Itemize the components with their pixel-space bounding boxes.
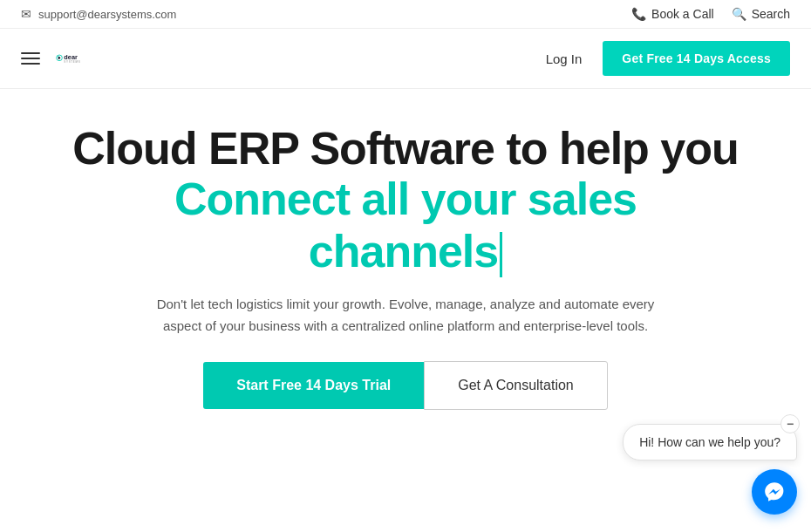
top-bar: ✉ support@dearsystems.com 📞 Book a Call … <box>0 0 811 29</box>
hamburger-line-2 <box>21 58 40 59</box>
hero-subtitle: Don't let tech logistics limit your grow… <box>144 294 667 338</box>
svg-point-3 <box>58 56 58 57</box>
hero-section: Cloud ERP Software to help you Connect a… <box>0 89 811 427</box>
messenger-icon <box>763 481 786 503</box>
nav-right: Log In Get Free 14 Days Access <box>546 41 790 76</box>
hero-title-teal-line3: channels <box>309 226 498 276</box>
login-link[interactable]: Log In <box>546 51 583 66</box>
get-consultation-button[interactable]: Get A Consultation <box>424 361 608 410</box>
nav-cta-button[interactable]: Get Free 14 Days Access <box>603 41 790 76</box>
search-label: Search <box>752 7 790 21</box>
hamburger-line-3 <box>21 63 40 65</box>
chat-open-button[interactable] <box>752 469 797 515</box>
search-link[interactable]: 🔍 Search <box>732 7 790 21</box>
support-email: support@dearsystems.com <box>38 8 176 21</box>
search-icon: 🔍 <box>732 7 746 21</box>
logo[interactable]: dear SYSTEMS <box>56 43 91 74</box>
start-trial-button[interactable]: Start Free 14 Days Trial <box>203 362 424 409</box>
book-call-link[interactable]: 📞 Book a Call <box>631 7 714 21</box>
nav-left: dear SYSTEMS <box>21 43 91 74</box>
hero-title-line2: Connect all your sales <box>72 174 739 226</box>
main-nav: dear SYSTEMS Log In Get Free 14 Days Acc… <box>0 29 811 89</box>
cursor-blink <box>500 232 502 277</box>
email-icon: ✉ <box>21 7 31 21</box>
chat-bubble: − Hi! How can we help you? <box>623 424 797 460</box>
svg-text:SYSTEMS: SYSTEMS <box>64 60 80 64</box>
phone-icon: 📞 <box>631 7 646 21</box>
chat-minimize-btn[interactable]: − <box>780 414 800 433</box>
hamburger-line-1 <box>21 52 40 54</box>
hero-title-teal-line2: Connect all your sales <box>174 174 637 224</box>
hero-title: Cloud ERP Software to help you Connect a… <box>72 124 739 278</box>
hero-cta-buttons: Start Free 14 Days Trial Get A Consultat… <box>203 361 608 410</box>
chat-bubble-text: Hi! How can we help you? <box>639 435 780 449</box>
top-bar-email-section: ✉ support@dearsystems.com <box>21 7 176 21</box>
book-call-label: Book a Call <box>651 7 714 21</box>
chat-widget: − Hi! How can we help you? <box>623 424 797 515</box>
svg-text:dear: dear <box>64 53 78 61</box>
hamburger-menu[interactable] <box>21 52 40 65</box>
hero-title-line3: channels <box>72 226 739 278</box>
hero-title-line1: Cloud ERP Software to help you <box>72 124 739 174</box>
top-bar-actions: 📞 Book a Call 🔍 Search <box>631 7 790 21</box>
logo-svg: dear SYSTEMS <box>56 43 91 74</box>
